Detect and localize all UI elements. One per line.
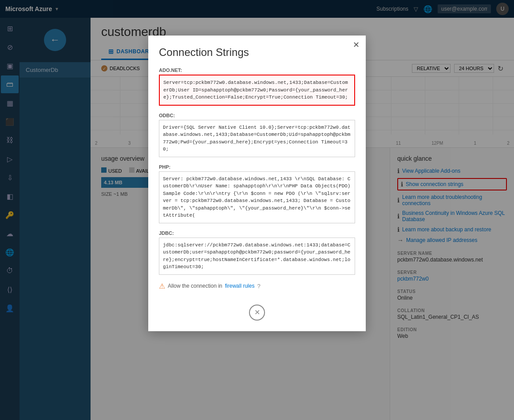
- help-icon[interactable]: ?: [257, 283, 260, 289]
- ado-section: ADO.NET: Server=tcp:pckbm772w0.database.…: [159, 67, 355, 106]
- odbc-section: ODBC: Driver={SQL Server Native Client 1…: [159, 113, 355, 157]
- jdbc-label: JDBC:: [159, 230, 355, 236]
- modal-footer: ⚠ Allow the connection in firewall rules…: [159, 282, 355, 290]
- odbc-label: ODBC:: [159, 113, 355, 118]
- connection-strings-modal: ✕ Connection Strings ADO.NET: Server=tcp…: [148, 36, 366, 331]
- ado-value[interactable]: Server=tcp:pckbm772w0.database.windows.n…: [159, 75, 355, 106]
- modal-close-x-button[interactable]: ✕: [353, 40, 360, 50]
- odbc-value[interactable]: Driver={SQL Server Native Client 10.0};S…: [159, 120, 355, 157]
- modal-overlay[interactable]: ✕ Connection Strings ADO.NET: Server=tcp…: [0, 0, 514, 420]
- modal-close-bottom-button[interactable]: ✕: [249, 305, 265, 321]
- firewall-rules-link[interactable]: firewall rules: [225, 283, 255, 289]
- php-section: PHP: Server: pckbm772w0.database.windows…: [159, 164, 355, 223]
- jdbc-value[interactable]: jdbc:sqlserver://pckbm772w0.database.win…: [159, 238, 355, 275]
- php-value[interactable]: Server: pckbm772w0.database.windows.net,…: [159, 171, 355, 223]
- jdbc-section: JDBC: jdbc:sqlserver://pckbm772w0.databa…: [159, 230, 355, 275]
- warning-icon: ⚠: [159, 282, 165, 290]
- php-label: PHP:: [159, 164, 355, 170]
- modal-title: Connection Strings: [159, 46, 355, 59]
- ado-label: ADO.NET:: [159, 67, 355, 73]
